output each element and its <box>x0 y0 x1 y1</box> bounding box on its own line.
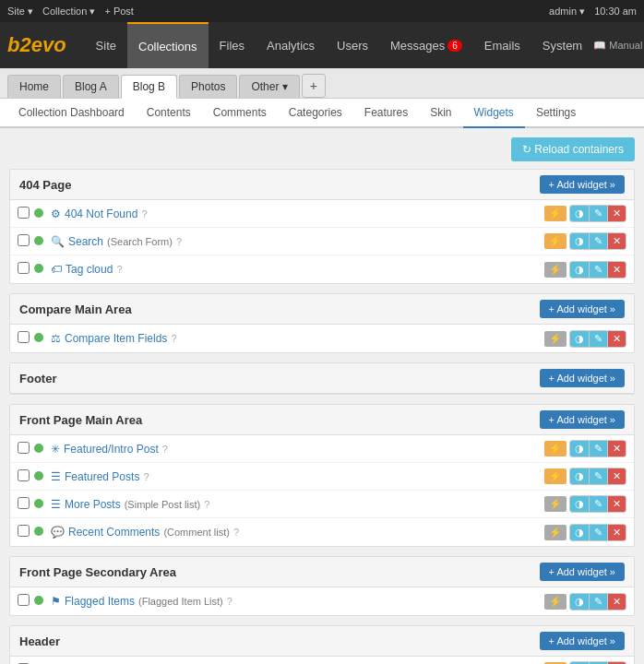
widget-checkbox[interactable] <box>18 234 34 249</box>
edit-btn[interactable]: ✎ <box>590 468 608 484</box>
tab-other[interactable]: Other ▾ <box>239 75 299 98</box>
edit-btn[interactable]: ✎ <box>590 441 608 456</box>
tab-photos[interactable]: Photos <box>179 75 237 98</box>
widget-name[interactable]: 💬 Recent Comments (Comment list) ? <box>51 526 544 539</box>
add-widget-compare[interactable]: Add widget » <box>540 300 625 318</box>
widget-checkbox[interactable] <box>18 497 34 512</box>
site-dropdown[interactable]: Site <box>7 6 33 18</box>
delete-btn[interactable]: ✕ <box>608 496 626 512</box>
widget-label[interactable]: 404 Not Found <box>65 208 137 220</box>
widget-name[interactable]: ⚙ 404 Not Found ? <box>51 208 544 220</box>
subnav-widgets[interactable]: Widgets <box>463 99 525 128</box>
widget-checkbox[interactable] <box>18 442 34 456</box>
lightning-btn[interactable]: ⚡ <box>544 233 566 249</box>
subnav-features[interactable]: Features <box>353 99 419 128</box>
manual-link[interactable]: Manual page <box>593 40 644 52</box>
admin-dropdown[interactable]: admin <box>549 6 585 18</box>
help-icon[interactable]: ? <box>141 208 147 219</box>
edit-btn[interactable]: ✎ <box>590 496 608 512</box>
help-icon[interactable]: ? <box>116 264 122 275</box>
nav-files[interactable]: Files <box>209 22 256 68</box>
tab-blog-a[interactable]: Blog A <box>63 75 119 98</box>
delete-btn[interactable]: ✕ <box>608 594 626 610</box>
toggle-btn[interactable]: ◑ <box>570 594 590 610</box>
edit-btn[interactable]: ✎ <box>590 525 608 540</box>
toggle-btn[interactable]: ◑ <box>570 441 590 456</box>
edit-btn[interactable]: ✎ <box>590 206 608 221</box>
widget-checkbox[interactable] <box>18 207 34 221</box>
lightning-btn[interactable]: ⚡ <box>544 468 566 484</box>
help-icon[interactable]: ? <box>143 471 149 482</box>
delete-btn[interactable]: ✕ <box>608 468 626 484</box>
widget-name[interactable]: ⚑ Flagged Items (Flagged Item List) ? <box>51 595 544 608</box>
widget-checkbox[interactable] <box>18 525 34 540</box>
tab-blog-b[interactable]: Blog B <box>121 75 177 99</box>
delete-btn[interactable]: ✕ <box>608 206 626 221</box>
widget-label[interactable]: Featured/Intro Post <box>64 443 159 456</box>
widget-name[interactable]: 🏷 Tag cloud ? <box>51 263 544 276</box>
lightning-btn-disabled[interactable]: ⚡ <box>544 496 566 512</box>
edit-btn[interactable]: ✎ <box>590 262 608 278</box>
widget-name[interactable]: ☰ More Posts (Simple Post list) ? <box>51 498 544 511</box>
lightning-btn-disabled[interactable]: ⚡ <box>544 331 566 347</box>
widget-name[interactable]: 🔍 Search (Search Form) ? <box>51 235 544 248</box>
nav-system[interactable]: System <box>531 22 593 68</box>
lightning-btn[interactable]: ⚡ <box>544 441 566 456</box>
help-icon[interactable]: ? <box>227 596 233 607</box>
subnav-settings[interactable]: Settings <box>525 99 587 128</box>
nav-emails[interactable]: Emails <box>473 22 531 68</box>
collection-dropdown[interactable]: Collection <box>42 6 95 18</box>
toggle-btn[interactable]: ◑ <box>570 468 590 484</box>
new-post-btn[interactable]: + Post <box>104 6 134 17</box>
delete-btn[interactable]: ✕ <box>608 233 626 249</box>
help-icon[interactable]: ? <box>176 236 182 247</box>
widget-name[interactable]: ⚖ Compare Item Fields ? <box>51 332 544 345</box>
reload-containers-btn[interactable]: Reload containers <box>511 137 635 161</box>
toggle-btn[interactable]: ◑ <box>570 496 590 512</box>
subnav-dashboard[interactable]: Collection Dashboard <box>7 99 136 128</box>
nav-analytics[interactable]: Analytics <box>256 22 326 68</box>
add-widget-fps[interactable]: Add widget » <box>540 563 625 581</box>
lightning-btn-disabled[interactable]: ⚡ <box>544 594 566 610</box>
lightning-btn-disabled[interactable]: ⚡ <box>544 262 566 278</box>
widget-label[interactable]: Tag cloud <box>66 263 113 276</box>
toggle-btn[interactable]: ◑ <box>570 206 590 221</box>
widget-checkbox[interactable] <box>18 594 34 609</box>
add-widget-footer[interactable]: Add widget » <box>540 369 625 387</box>
subnav-skin[interactable]: Skin <box>419 99 462 128</box>
widget-label[interactable]: Recent Comments <box>68 526 160 539</box>
widget-label[interactable]: More Posts <box>65 498 121 511</box>
help-icon[interactable]: ? <box>204 499 209 510</box>
widget-name[interactable]: ✳ Featured/Intro Post ? <box>51 443 544 456</box>
delete-btn[interactable]: ✕ <box>608 525 626 540</box>
edit-btn[interactable]: ✎ <box>590 233 608 249</box>
widget-label[interactable]: Flagged Items <box>65 595 135 608</box>
delete-btn[interactable]: ✕ <box>608 262 626 278</box>
subnav-contents[interactable]: Contents <box>136 99 202 128</box>
add-widget-404[interactable]: Add widget » <box>540 175 625 194</box>
tab-home[interactable]: Home <box>7 75 61 98</box>
nav-collections[interactable]: Collections <box>127 22 209 68</box>
subnav-categories[interactable]: Categories <box>278 99 353 128</box>
widget-label[interactable]: Compare Item Fields <box>65 332 167 345</box>
toggle-btn[interactable]: ◑ <box>570 262 590 278</box>
widget-label[interactable]: Search <box>68 235 103 248</box>
toggle-btn[interactable]: ◑ <box>570 233 590 249</box>
widget-label[interactable]: Featured Posts <box>65 470 139 483</box>
edit-btn[interactable]: ✎ <box>590 594 608 610</box>
widget-checkbox[interactable] <box>18 262 34 277</box>
widget-name[interactable]: ☰ Featured Posts ? <box>51 470 544 483</box>
subnav-comments[interactable]: Comments <box>202 99 278 128</box>
add-blog-tab[interactable]: + <box>302 74 326 98</box>
lightning-btn-disabled[interactable]: ⚡ <box>544 525 566 540</box>
toggle-btn[interactable]: ◑ <box>570 331 590 347</box>
help-icon[interactable]: ? <box>162 444 168 455</box>
brand-logo[interactable]: b2evo <box>7 33 66 57</box>
widget-checkbox[interactable] <box>18 331 34 346</box>
add-widget-header[interactable]: Add widget » <box>540 632 625 650</box>
nav-users[interactable]: Users <box>326 22 379 68</box>
help-icon[interactable]: ? <box>171 333 176 344</box>
lightning-btn[interactable]: ⚡ <box>544 206 566 221</box>
help-icon[interactable]: ? <box>233 527 239 538</box>
delete-btn[interactable]: ✕ <box>608 331 626 347</box>
